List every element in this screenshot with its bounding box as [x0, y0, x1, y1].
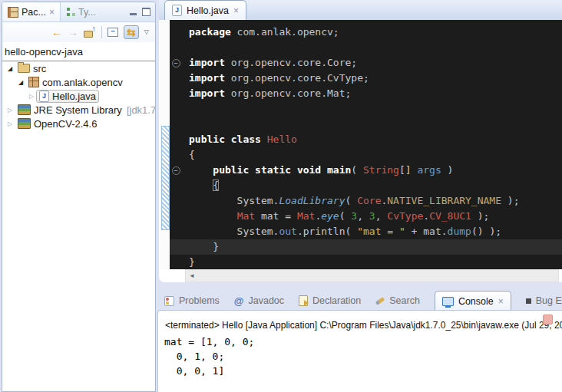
code-token: public static void main [213, 164, 351, 176]
code-line[interactable]: import org.opencv.core.CvType; [170, 71, 562, 86]
tree-item-label-wrap: com.anlak.opencv [25, 76, 126, 89]
tab-label: Hello.java [187, 5, 229, 16]
code-line[interactable] [170, 40, 562, 55]
view-menu-icon[interactable]: ▽ [144, 29, 149, 35]
code-token: } [189, 241, 219, 252]
tab-problems[interactable]: Problems [164, 295, 220, 306]
tree-item-decorator: [jdk1.7.0 [127, 104, 155, 116]
code-line[interactable]: Mat mat = Mat.eye( 3, 3, CvType.CV_8UC1 … [170, 209, 562, 224]
close-icon[interactable]: × [233, 6, 239, 15]
tab-declaration[interactable]: Declaration [299, 295, 361, 306]
library-icon [18, 104, 31, 115]
code-line[interactable]: } [170, 239, 562, 255]
package-explorer-view: Pac... × Ty... ← → − ⇆ ▽ hello-opencv-ja… [2, 2, 156, 392]
tab-bug-explorer[interactable]: Bug Explorer [526, 295, 562, 306]
code-token: Mat [297, 210, 315, 222]
expand-arrow-icon[interactable]: ▷ [27, 93, 36, 100]
expand-arrow-icon[interactable]: ▷ [5, 120, 15, 127]
code-token: args [417, 164, 441, 176]
code-token: public class [189, 133, 261, 145]
collapse-all-icon[interactable]: − [107, 28, 118, 37]
collapse-arrow-icon[interactable]: ◢ [16, 79, 25, 86]
code-token: import [189, 57, 225, 68]
maximize-icon[interactable] [142, 8, 150, 16]
tree-item-label: Hello.java [52, 91, 96, 102]
collapse-arrow-icon[interactable]: ◢ [5, 65, 15, 72]
code-line[interactable]: { [170, 147, 562, 163]
tab-search[interactable]: Search [375, 295, 420, 306]
console-header: <terminated> Hello [Java Application] C:… [158, 311, 562, 333]
code-token: ( [345, 195, 358, 206]
tab-label: Javadoc [248, 295, 284, 306]
code-line[interactable]: System.out.println( "mat = " + mat.dump(… [170, 224, 562, 239]
code-line[interactable]: package com.anlak.opencv; [170, 25, 562, 40]
expand-arrow-icon[interactable]: ▷ [5, 107, 15, 114]
code-token: String [363, 164, 399, 176]
code-lines[interactable]: package com.anlak.opencv;−import org.ope… [170, 20, 562, 269]
back-icon[interactable]: ← [51, 27, 62, 38]
java-file-icon: J [39, 91, 49, 102]
type-hierarchy-icon [66, 8, 75, 17]
console-line: mat = [1, 0, 0; [164, 334, 562, 349]
tab-hello-java[interactable]: J Hello.java × [164, 0, 246, 20]
close-icon[interactable]: × [49, 8, 55, 17]
tab-label: Pac... [21, 7, 46, 18]
terminate-icon[interactable] [543, 315, 553, 324]
code-token: eye [321, 210, 339, 222]
tree-item-label: com.anlak.opencv [42, 77, 123, 88]
minimize-icon[interactable] [130, 13, 137, 15]
code-line[interactable]: System.LoadLibrary( Core.NATIVE_LIBRARY_… [170, 193, 562, 209]
link-with-editor-icon[interactable]: ⇆ [124, 25, 139, 39]
code-token: NATIVE_LIBRARY_NAME [387, 195, 501, 206]
forward-icon[interactable]: → [68, 27, 78, 38]
tree-item-src[interactable]: ◢src [2, 61, 155, 75]
code-line[interactable]: − public static void main( String[] args… [170, 163, 562, 178]
close-icon[interactable]: × [498, 297, 504, 306]
up-icon[interactable] [84, 27, 96, 38]
code-token: com.anlak.opencv; [231, 26, 339, 38]
code-token: .println( [297, 226, 357, 237]
tree-item-com.anlak.opencv[interactable]: ◢com.anlak.opencv [2, 75, 155, 89]
declaration-icon [299, 295, 308, 306]
tree-item-project[interactable]: hello-opencv-java [2, 44, 155, 61]
scrollbar-track[interactable]: ◄ [185, 269, 559, 282]
code-token: ); [501, 195, 519, 206]
code-line[interactable]: −import org.opencv.core.Core; [170, 55, 562, 71]
console-output[interactable]: mat = [1, 0, 0; 0, 1, 0; 0, 0, 1] [158, 333, 562, 378]
console-line: 0, 0, 1] [164, 364, 562, 378]
fold-collapse-icon[interactable]: − [171, 163, 180, 178]
code-token: org.opencv.core.Mat; [225, 87, 351, 99]
code-token: Core [357, 195, 381, 206]
code-line[interactable]: import org.opencv.core.Mat; [170, 86, 562, 101]
horizontal-scrollbar[interactable]: ◄ [170, 269, 562, 282]
tab-console[interactable]: Console× [435, 291, 511, 311]
code-token: () ); [471, 226, 501, 237]
code-token: { [213, 180, 219, 191]
code-line[interactable]: } [170, 255, 562, 269]
library-icon [18, 118, 31, 129]
code-line[interactable] [170, 101, 562, 117]
tab-javadoc[interactable]: @Javadoc [234, 295, 284, 306]
tree-item-label-wrap: src [15, 62, 49, 75]
tab-label: Console [458, 296, 494, 307]
fold-collapse-icon[interactable]: − [171, 55, 180, 71]
code-token: org.opencv.core.Core; [225, 57, 357, 68]
code-line[interactable]: public class Hello [170, 132, 562, 147]
tab-type-hierarchy[interactable]: Ty... [61, 2, 101, 21]
code-token: package [189, 26, 231, 38]
code-line[interactable]: { [170, 178, 562, 193]
code-line[interactable] [170, 117, 562, 132]
scroll-left-icon[interactable]: ◄ [186, 272, 195, 279]
code-token: CvType [387, 210, 423, 222]
tab-package-explorer[interactable]: Pac... × [2, 2, 61, 21]
search-icon [375, 297, 385, 305]
code-token: . [423, 210, 429, 222]
tree-item-hello.java[interactable]: ▷JHello.java [2, 89, 155, 103]
tree-item-opencv-2.4.6[interactable]: ▷OpenCV-2.4.6 [2, 117, 155, 130]
code-token: out [279, 226, 296, 237]
tree-item-jre-system-library[interactable]: ▷JRE System Library[jdk1.7.0 [2, 103, 155, 117]
package-icon [28, 77, 39, 87]
code-token [189, 210, 237, 222]
console-view: <terminated> Hello [Java Application] C:… [157, 310, 562, 392]
square-icon [526, 298, 531, 304]
